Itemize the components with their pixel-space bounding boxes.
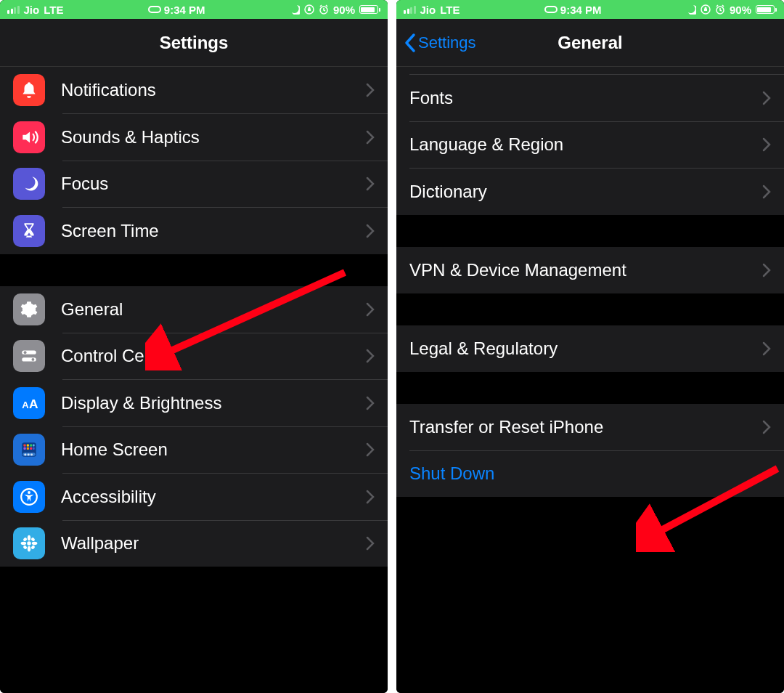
chevron-right-icon (366, 442, 375, 457)
row-label: Language & Region (409, 134, 762, 155)
row-label: Legal & Regulatory (409, 339, 762, 359)
svg-rect-14 (27, 447, 29, 450)
moon-icon (13, 168, 45, 200)
moon-icon (290, 4, 300, 15)
svg-rect-11 (30, 444, 32, 446)
row-label: Accessibility (61, 487, 366, 507)
status-bar: Jio LTE 9:34 PM 90% (396, 0, 784, 19)
chevron-right-icon (762, 91, 771, 105)
alarm-icon (319, 4, 329, 15)
svg-rect-12 (33, 444, 34, 446)
row-label: Wallpaper (61, 533, 366, 554)
chevron-right-icon (366, 224, 375, 238)
general-legal-regulatory[interactable]: Legal & Regulatory (396, 325, 784, 372)
general-language-region[interactable]: Language & Region (396, 121, 784, 168)
row-label: Transfer or Reset iPhone (409, 417, 762, 437)
alarm-icon (715, 4, 725, 15)
svg-point-26 (21, 542, 27, 545)
chevron-right-icon (366, 83, 375, 97)
general-list[interactable]: Fonts Language & Region Dictionary VPN &… (396, 67, 784, 693)
row-label: Screen Time (61, 221, 366, 241)
status-right: 90% (686, 4, 777, 16)
orientation-lock-icon (304, 4, 314, 15)
chevron-left-icon (404, 33, 417, 53)
row-label: Focus (61, 174, 366, 194)
status-bar: Jio LTE 9:34 PM 90% (0, 0, 388, 19)
chevron-right-icon (366, 490, 375, 504)
settings-notifications[interactable]: Notifications (0, 67, 388, 113)
svg-rect-16 (33, 447, 34, 450)
orientation-lock-icon (701, 4, 711, 15)
settings-display-brightness[interactable]: AA Display & Brightness (0, 380, 388, 426)
general-fonts[interactable]: Fonts (396, 75, 784, 121)
chevron-right-icon (762, 420, 771, 434)
status-left: Jio LTE (404, 4, 460, 16)
bell-icon (13, 74, 45, 106)
row-label: Display & Brightness (61, 393, 366, 413)
svg-rect-15 (30, 447, 32, 450)
settings-screen-time[interactable]: Screen Time (0, 208, 388, 254)
svg-point-24 (28, 535, 30, 541)
svg-point-22 (28, 491, 30, 494)
settings-group-a: Notifications Sounds & Haptics Focus (0, 67, 388, 254)
svg-point-27 (32, 542, 38, 545)
hotspot-icon (544, 6, 558, 13)
signal-bars-icon (404, 5, 416, 14)
battery-pct-label: 90% (333, 4, 355, 16)
battery-icon (756, 5, 777, 14)
settings-control-centre[interactable]: Control Centre (0, 333, 388, 379)
settings-list[interactable]: Notifications Sounds & Haptics Focus (0, 67, 388, 693)
general-transfer-reset[interactable]: Transfer or Reset iPhone (396, 404, 784, 450)
home-grid-icon (13, 434, 45, 466)
settings-accessibility[interactable]: Accessibility (0, 474, 388, 520)
svg-point-28 (23, 537, 28, 542)
svg-text:A: A (22, 399, 29, 410)
status-center: 9:34 PM (544, 4, 602, 16)
row-label: Dictionary (409, 182, 762, 202)
svg-rect-19 (28, 453, 30, 455)
chevron-right-icon (762, 341, 771, 356)
svg-point-23 (27, 541, 30, 545)
settings-wallpaper[interactable]: Wallpaper (0, 520, 388, 567)
nav-bar: Settings General (396, 19, 784, 67)
hotspot-icon (148, 6, 161, 13)
row-label: Shut Down (409, 463, 771, 484)
chevron-right-icon (366, 536, 375, 551)
settings-sounds-haptics[interactable]: Sounds & Haptics (0, 114, 388, 161)
chevron-right-icon (366, 349, 375, 363)
network-label: LTE (440, 4, 460, 16)
svg-rect-20 (30, 453, 33, 455)
svg-point-3 (24, 351, 27, 354)
settings-home-screen[interactable]: Home Screen (0, 426, 388, 473)
chevron-right-icon (762, 137, 771, 152)
chevron-right-icon (366, 302, 375, 317)
settings-focus[interactable]: Focus (0, 161, 388, 207)
hourglass-icon (13, 215, 45, 247)
back-button[interactable]: Settings (404, 33, 476, 53)
text-size-icon: AA (13, 387, 45, 419)
toggles-icon (13, 340, 45, 372)
page-title: General (558, 33, 622, 53)
moon-icon (686, 4, 696, 15)
row-label: Sounds & Haptics (61, 127, 366, 147)
gear-icon (13, 293, 45, 325)
time-label: 9:34 PM (164, 4, 205, 16)
general-vpn-device-mgmt[interactable]: VPN & Device Management (396, 247, 784, 293)
carrier-label: Jio (24, 4, 40, 16)
settings-general[interactable]: General (0, 286, 388, 333)
speaker-icon (13, 121, 45, 153)
general-group-b: VPN & Device Management (396, 247, 784, 293)
status-center: 9:34 PM (148, 4, 205, 16)
svg-rect-13 (23, 447, 25, 450)
time-label: 9:34 PM (560, 4, 602, 16)
general-dictionary[interactable]: Dictionary (396, 169, 784, 215)
row-label: Fonts (409, 88, 762, 108)
chevron-right-icon (366, 177, 375, 191)
phone-left-settings: Jio LTE 9:34 PM 90% Settings (0, 0, 388, 693)
svg-text:A: A (29, 396, 38, 410)
page-title: Settings (160, 33, 229, 53)
row-label: General (61, 299, 366, 320)
phone-right-general: Jio LTE 9:34 PM 90% Settings General (396, 0, 784, 693)
chevron-right-icon (366, 130, 375, 145)
general-shut-down[interactable]: Shut Down (396, 450, 784, 497)
